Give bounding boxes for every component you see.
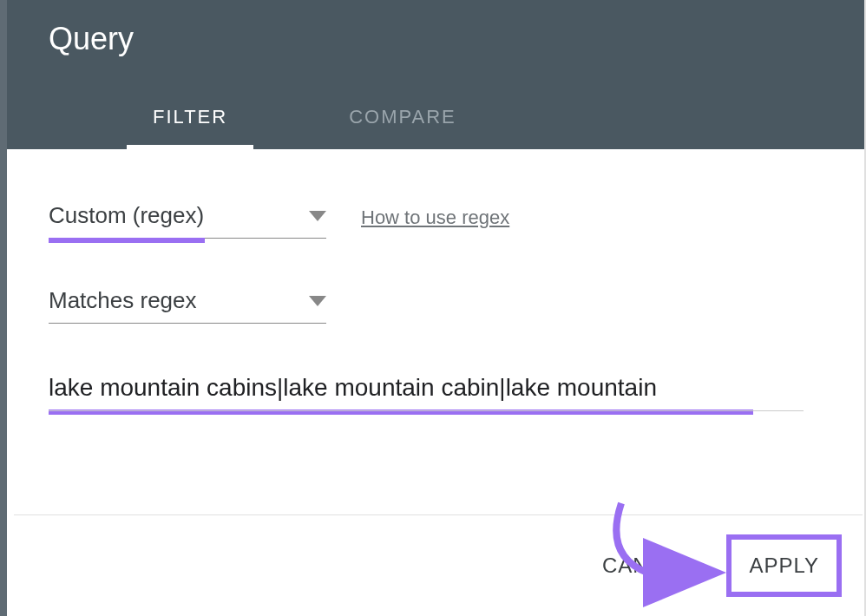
panel-footer: CANCEL APPLY [14, 514, 863, 616]
match-type-row: Matches regex [49, 282, 823, 324]
caret-down-icon [309, 296, 326, 306]
regex-input-row [49, 367, 823, 415]
filter-type-row: Custom (regex) How to use regex [49, 197, 823, 239]
match-type-value: Matches regex [49, 287, 197, 314]
apply-button[interactable]: APPLY [737, 545, 831, 587]
page-title: Query [49, 21, 823, 88]
cancel-button[interactable]: CANCEL [581, 541, 712, 590]
panel-body: Custom (regex) How to use regex Matches … [7, 149, 864, 458]
tabs: FILTER COMPARE [49, 88, 823, 149]
match-type-select[interactable]: Matches regex [49, 282, 326, 324]
tab-compare[interactable]: COMPARE [323, 88, 482, 149]
filter-type-select[interactable]: Custom (regex) [49, 197, 326, 239]
filter-type-value: Custom (regex) [49, 202, 204, 229]
panel-header: Query FILTER COMPARE [7, 0, 864, 149]
how-to-use-regex-link[interactable]: How to use regex [361, 206, 509, 229]
tab-filter[interactable]: FILTER [127, 88, 253, 149]
regex-input[interactable] [49, 367, 804, 411]
accent-underline [49, 238, 205, 243]
caret-down-icon [309, 211, 326, 221]
apply-highlight-box: APPLY [726, 534, 842, 597]
query-panel: Query FILTER COMPARE Custom (regex) How … [0, 0, 866, 616]
